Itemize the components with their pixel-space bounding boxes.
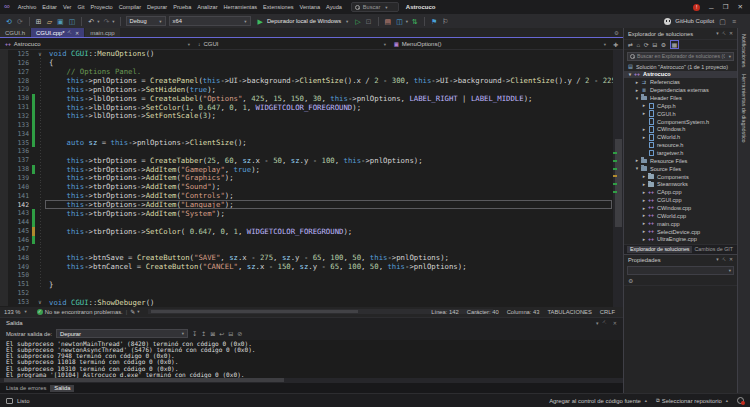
code-line-146[interactable]: 146 (0, 236, 623, 245)
copilot-open-icon[interactable]: ▢ (718, 18, 727, 25)
output-horizontal-scrollbar[interactable] (0, 378, 623, 383)
attach-process-icon[interactable]: ▤ (384, 18, 393, 25)
code-text[interactable]: this->tbrOptions->AddItem("Graphics"); (45, 173, 234, 182)
tab-close-icon[interactable]: ✕ (75, 30, 79, 36)
breakpoint-margin[interactable] (0, 58, 8, 67)
code-text[interactable]: void CGUI::MenuOptions() (45, 50, 154, 59)
refresh-icon[interactable]: ⟳ (644, 41, 649, 48)
sync-icon[interactable]: ⇅ (411, 18, 419, 25)
breakpoint-margin[interactable] (0, 85, 8, 94)
breakpoint-margin[interactable] (0, 50, 8, 59)
code-line-126[interactable]: 126{ (0, 58, 623, 67)
undo-icon[interactable]: ↶ (87, 18, 95, 25)
code-line-152[interactable]: 152 (0, 289, 623, 298)
solution-node[interactable]: ▤ Solución "Astrocuco" (1 de 1 proyecto) (624, 63, 737, 71)
goto-previous-message-icon[interactable]: ↥ (201, 330, 206, 337)
output-scrollbar-thumb[interactable] (4, 378, 284, 381)
properties-icon[interactable]: ⚙ (661, 41, 666, 48)
se-tab-cambios-de-git[interactable]: Cambios de GIT (694, 246, 733, 252)
solution-search-box[interactable]: Buscar en Explorador de soluciones (Ctrl… (627, 52, 734, 62)
status-line[interactable]: Línea: 142 (431, 309, 458, 315)
code-text[interactable]: this->lblOptions->SetColor(1, 0.647, 0, … (45, 103, 361, 112)
breakpoint-margin[interactable] (0, 218, 8, 227)
code-line-129[interactable]: 129 this->pnlOptions->SetHidden(true); (0, 85, 623, 94)
code-line-143[interactable]: 143 this->tbrOptions->AddItem("System"); (0, 209, 623, 218)
tree-item-capp-h[interactable]: ▸CApp.h (624, 102, 737, 110)
breakpoint-margin[interactable] (0, 271, 8, 280)
code-line-144[interactable]: 144 (0, 218, 623, 227)
tree-item-astrocuco[interactable]: ▾++Astrocuco (624, 71, 737, 79)
minimize-button[interactable]: ─ (709, 4, 714, 11)
code-line-142[interactable]: 142 this->tbrOptions->AddItem("Languaje"… (0, 200, 623, 209)
live-share-icon-group[interactable]: ◫▾ (395, 18, 408, 25)
code-line-133[interactable]: 133 (0, 120, 623, 129)
start-without-debugging-icon[interactable]: ▷ (354, 18, 361, 25)
menu-ver[interactable]: Ver (60, 4, 74, 10)
code-text[interactable]: this->pnlOptions = CreatePanel(this->UI-… (45, 76, 623, 85)
menu-git[interactable]: Git (74, 4, 87, 10)
nav-backward-icon[interactable]: ⟲ (5, 18, 13, 25)
breadcrumb-member[interactable]: ▣MenuOptions()▾ (389, 41, 609, 47)
breakpoint-margin[interactable] (0, 147, 8, 156)
tree-item-cgui-cpp[interactable]: ▸++CGUI.cpp (624, 196, 737, 204)
breakpoint-margin[interactable] (0, 94, 8, 103)
stop-autoscroll-icon[interactable]: ⊘ (237, 330, 242, 337)
tree-item-components[interactable]: ▸Components (624, 173, 737, 181)
tree-item-capp-cpp[interactable]: ▸++CApp.cpp (624, 188, 737, 196)
code-line-130[interactable]: 130 this->lblOptions = CreateLabel("Opti… (0, 94, 623, 103)
show-all-files-icon[interactable]: ▦ (670, 40, 680, 49)
code-editor[interactable]: 125∨void CGUI::MenuOptions()126{127 // O… (0, 50, 623, 307)
breakpoint-margin[interactable] (0, 165, 8, 174)
code-line-132[interactable]: 132 this->lblOptions->SetFontScale(3); (0, 112, 623, 121)
fold-margin[interactable]: ∨ (35, 50, 45, 59)
code-line-141[interactable]: 141 this->tbrOptions->AddItem("Controls"… (0, 191, 623, 200)
breakpoint-margin[interactable] (0, 262, 8, 271)
find-in-files-icon[interactable]: ⚑ (430, 18, 438, 25)
side-tab-herramientas-de-diagn-stico[interactable]: Herramientas de diagnóstico (741, 74, 747, 143)
tree-item-source-files[interactable]: ▾Source Files (624, 165, 737, 173)
menu-compilar[interactable]: Compilar (116, 4, 144, 10)
status-tabs-mode[interactable]: TABULACIONES (548, 309, 592, 315)
open-file-icon[interactable]: ▱ (46, 18, 53, 25)
code-text[interactable]: this->tbrOptions->SetColor( 0.647, 0, 1,… (45, 227, 352, 236)
tree-item-resource-h[interactable]: resource.h (624, 141, 737, 149)
code-line-134[interactable]: 134 (0, 129, 623, 138)
output-pin-icon[interactable]: ⊥ (602, 319, 609, 326)
panel-tab-salida[interactable]: Salida (50, 385, 74, 392)
menu-extensiones[interactable]: Extensiones (260, 4, 296, 10)
tree-item-cgui-h[interactable]: ▸CGUI.h (624, 110, 737, 118)
menu-analizar[interactable]: Analizar (194, 4, 220, 10)
tree-item-dependencias-externas[interactable]: ▸≣Dependencias externas (624, 86, 737, 94)
code-text[interactable]: this->tbrOptions->AddItem("Controls"); (45, 191, 234, 200)
tree-item-cwindow-h[interactable]: ▸CWindow.h (624, 126, 737, 134)
side-tab-notificaciones[interactable]: Notificaciones (741, 34, 747, 68)
close-button[interactable]: ✕ (738, 3, 743, 11)
props-close-icon[interactable]: ✕ (729, 257, 733, 262)
breakpoint-margin[interactable] (0, 298, 8, 307)
tree-item-ultraengine-cpp[interactable]: ▸++UltraEngine.cpp (624, 236, 737, 244)
add-source-control-button[interactable]: Agregar al control de código fuente ▴ (549, 398, 647, 404)
code-text[interactable]: this->btnCancel = CreateButton("CANCEL",… (45, 262, 467, 271)
breakpoint-margin[interactable] (0, 227, 8, 236)
breakpoint-margin[interactable] (0, 76, 8, 85)
menu-editar[interactable]: Editar (39, 4, 60, 10)
tree-item-referencias[interactable]: ▸⇉Referencias (624, 78, 737, 86)
code-text[interactable]: { (45, 58, 53, 67)
props-pin-icon[interactable]: ⊥ (721, 256, 727, 262)
breakpoint-margin[interactable] (0, 209, 8, 218)
github-copilot-icon[interactable] (664, 18, 671, 25)
live-share-icon[interactable]: ◫ (395, 18, 404, 25)
maximize-button[interactable]: ❐ (723, 3, 729, 11)
solution-platforms-dropdown[interactable]: x64▾ (169, 16, 251, 26)
menu-prueba[interactable]: Prueba (170, 4, 194, 10)
code-text[interactable]: this->tbrOptions->AddItem("Languaje"); (45, 200, 234, 209)
collapse-icon[interactable]: ⊟ (228, 330, 233, 337)
se-tab-explorador-de-soluciones[interactable]: Explorador de soluciones (627, 246, 692, 253)
home-icon[interactable]: ⌂ (637, 42, 641, 48)
tree-item-selectdevice-cpp[interactable]: ▸++SelectDevice.cpp (624, 228, 737, 236)
breakpoint-margin[interactable] (0, 280, 8, 289)
code-line-147[interactable]: 147 (0, 244, 623, 253)
menu-herramientas[interactable]: Herramientas (221, 4, 261, 10)
code-line-137[interactable]: 137 this->tbrOptions = CreateTabber(25, … (0, 156, 623, 165)
nav-forward-icon[interactable]: ⟳ (16, 18, 24, 25)
